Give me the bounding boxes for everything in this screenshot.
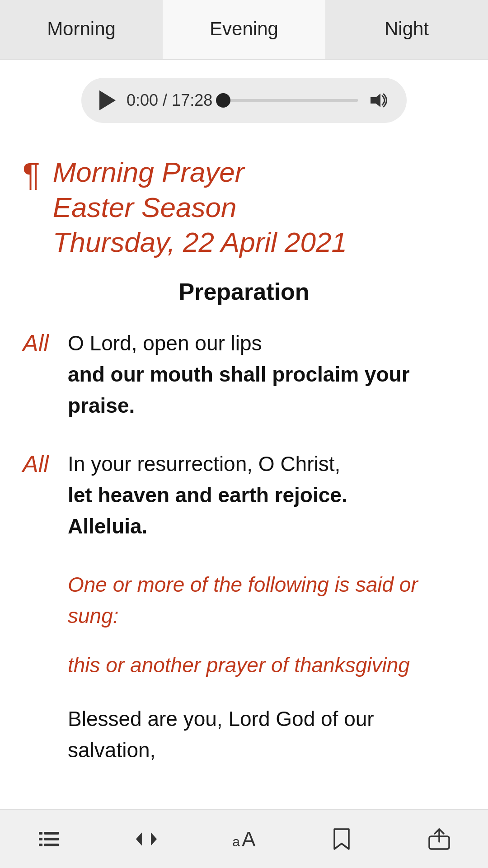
prayer-text-1: O Lord, open our lips and our mouth shal… (68, 328, 465, 421)
share-button[interactable] (418, 823, 460, 855)
instruction-text: One or more of the following is said or … (23, 569, 465, 632)
prayer-intro-1: O Lord, open our lips (68, 331, 262, 355)
font-button[interactable]: a A (223, 822, 264, 856)
bottom-toolbar: a A (0, 809, 488, 868)
prayer-response-2: let heaven and earth rejoice.Alleluia. (68, 483, 347, 538)
bookmark-button[interactable] (321, 823, 362, 855)
pilcrow-icon: ¶ (23, 158, 40, 191)
progress-track (223, 99, 358, 102)
small-a: a (232, 834, 240, 849)
progress-dot (216, 93, 230, 108)
tab-morning[interactable]: Morning (0, 0, 163, 59)
title-line2: Easter Season (53, 192, 237, 223)
progress-bar[interactable] (223, 99, 358, 102)
nav-arrows-icon (135, 827, 158, 851)
tab-bar: Morning Evening Night (0, 0, 488, 60)
all-label-1: All (23, 328, 54, 357)
svg-rect-4 (44, 838, 59, 840)
audio-player: 0:00 / 17:28 (81, 78, 407, 123)
title-line3: Thursday, 22 April 2021 (53, 226, 347, 258)
svg-rect-2 (44, 832, 59, 835)
title-line1: Morning Prayer (53, 156, 244, 188)
svg-marker-7 (136, 832, 142, 845)
time-separator: / (163, 91, 172, 109)
list-button[interactable] (28, 823, 70, 855)
font-size-icon: a A (232, 827, 255, 851)
volume-icon[interactable] (369, 92, 389, 108)
svg-rect-1 (39, 832, 42, 835)
prose-text: Blessed are you, Lord God of our salvati… (23, 703, 465, 766)
current-time: 0:00 (127, 91, 158, 109)
prayer-item-1: All O Lord, open our lips and our mouth … (23, 328, 465, 421)
nav-button[interactable] (126, 823, 167, 855)
big-a: A (242, 827, 256, 851)
all-label-2: All (23, 448, 54, 477)
svg-marker-8 (151, 832, 157, 845)
bookmark-icon (330, 827, 353, 851)
title-section: ¶ Morning Prayer Easter Season Thursday,… (23, 155, 465, 260)
prayer-text-2: In your resurrection, O Christ, let heav… (68, 448, 465, 542)
svg-marker-0 (371, 94, 380, 107)
prayer-intro-2: In your resurrection, O Christ, (68, 452, 340, 476)
prayer-response-1: and our mouth shall proclaim your praise… (68, 363, 410, 417)
prayer-item-2: All In your resurrection, O Christ, let … (23, 448, 465, 542)
share-icon (427, 827, 451, 851)
tab-evening[interactable]: Evening (163, 0, 325, 59)
svg-rect-6 (44, 844, 59, 846)
content: ¶ Morning Prayer Easter Season Thursday,… (0, 132, 488, 868)
section-heading: Preparation (23, 278, 465, 305)
svg-rect-3 (39, 838, 42, 840)
total-time: 17:28 (172, 91, 212, 109)
svg-rect-5 (39, 844, 42, 846)
tab-night[interactable]: Night (325, 0, 488, 59)
time-display: 0:00 / 17:28 (127, 91, 212, 110)
audio-player-wrap: 0:00 / 17:28 (0, 60, 488, 132)
play-button[interactable] (99, 90, 116, 110)
title-text: Morning Prayer Easter Season Thursday, 2… (53, 155, 347, 260)
link-text[interactable]: this or another prayer of thanksgiving (23, 650, 465, 681)
list-icon (37, 827, 61, 851)
